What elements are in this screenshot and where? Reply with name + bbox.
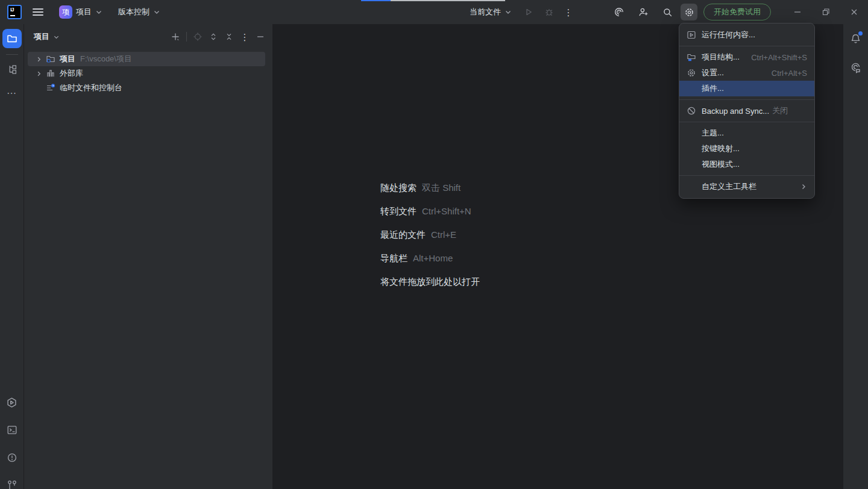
start-free-trial-button[interactable]: 开始免费试用 xyxy=(703,4,771,20)
menu-item-shortcut: Ctrl+Alt+S xyxy=(772,69,807,78)
menu-item-label: 运行任何内容... xyxy=(702,30,755,40)
project-structure-icon xyxy=(687,52,696,62)
folder-icon xyxy=(7,33,17,44)
code-with-me-button[interactable] xyxy=(635,4,652,20)
toolbar-divider xyxy=(6,54,18,55)
progress-indicator-track xyxy=(391,0,505,1)
target-icon xyxy=(193,32,203,42)
menu-item-keymap[interactable]: 按键映射... xyxy=(679,141,814,157)
menu-item-customize-toolbar[interactable]: 自定义主工具栏 xyxy=(679,179,814,195)
terminal-icon xyxy=(7,425,17,435)
menu-item-view-mode[interactable]: 视图模式... xyxy=(679,157,814,172)
version-control-tool-button[interactable] xyxy=(4,477,20,489)
vcs-widget[interactable]: 版本控制 xyxy=(113,4,165,20)
minimize-icon xyxy=(256,33,265,41)
minimize-icon xyxy=(793,8,802,16)
menu-item-run-anything[interactable]: 运行任何内容... xyxy=(679,27,814,43)
project-folder-icon xyxy=(46,54,55,64)
debug-button[interactable] xyxy=(541,4,558,20)
panel-options-button[interactable]: ⋮ xyxy=(237,30,252,44)
toolbar-divider xyxy=(186,32,187,42)
select-opened-file-button[interactable] xyxy=(190,30,205,44)
hint-label: 导航栏 xyxy=(380,253,407,264)
window-restore-button[interactable] xyxy=(811,0,840,24)
menu-separator xyxy=(679,175,814,176)
run-anything-icon xyxy=(687,30,696,40)
menu-item-label: 主题... xyxy=(702,128,724,139)
scratches-icon xyxy=(46,83,55,93)
more-actions-button[interactable]: ⋮ xyxy=(560,4,577,20)
chevron-right-icon[interactable] xyxy=(34,70,43,77)
search-everywhere-button[interactable] xyxy=(659,4,676,20)
terminal-tool-button[interactable] xyxy=(4,422,20,438)
expand-all-button[interactable] xyxy=(206,30,221,44)
ide-window: IJ 项 项目 版本控制 当 xyxy=(0,0,868,489)
menu-item-label: 设置... xyxy=(702,67,724,78)
hint-row: 导航栏 Alt+Home xyxy=(380,253,480,276)
tree-item-label: 外部库 xyxy=(60,68,83,79)
chevron-right-icon[interactable] xyxy=(34,56,43,63)
tree-row-scratches[interactable]: 临时文件和控制台 xyxy=(24,81,272,95)
menu-separator xyxy=(679,122,814,122)
menu-item-label: 项目结构... xyxy=(702,52,740,63)
run-button[interactable] xyxy=(520,4,537,20)
empty-state-shortcut-hints: 随处搜索 双击 Shift 转到文件 Ctrl+Shift+N 最近的文件 Ct… xyxy=(380,182,480,300)
problems-tool-button[interactable] xyxy=(4,449,20,466)
logo-letters: IJ xyxy=(10,7,14,13)
run-configuration-label: 当前文件 xyxy=(470,7,501,17)
hide-panel-button[interactable] xyxy=(253,30,268,44)
main-menu-hamburger-icon[interactable] xyxy=(33,8,43,16)
menu-item-theme[interactable]: 主题... xyxy=(679,125,814,141)
project-panel-title-dropdown[interactable]: 项目 xyxy=(34,31,60,42)
disabled-circle-slash-icon xyxy=(687,106,696,116)
tree-item-label: 临时文件和控制台 xyxy=(60,83,122,93)
notifications-button[interactable] xyxy=(848,30,864,47)
ai-chat-button[interactable] xyxy=(848,59,864,76)
hint-row: 最近的文件 Ctrl+E xyxy=(380,229,480,253)
project-tool-button[interactable] xyxy=(2,29,22,48)
hint-shortcut: Ctrl+E xyxy=(431,229,456,240)
tree-row-external-libraries[interactable]: 外部库 xyxy=(24,66,272,81)
menu-item-project-structure[interactable]: 项目结构... Ctrl+Alt+Shift+S xyxy=(679,49,814,65)
menu-item-settings[interactable]: 设置... Ctrl+Alt+S xyxy=(679,65,814,81)
project-tool-window: 项目 xyxy=(24,24,273,489)
chevron-down-icon xyxy=(153,8,160,16)
tree-item-label: 项目 xyxy=(60,54,75,64)
chevron-down-icon xyxy=(505,8,512,16)
hierarchy-icon xyxy=(7,64,17,75)
ai-assistant-button[interactable] xyxy=(611,4,627,20)
play-icon xyxy=(524,7,533,17)
project-panel-actions: ⋮ xyxy=(168,30,268,44)
logo-underscore xyxy=(10,15,15,16)
right-toolbar xyxy=(843,24,868,489)
intellij-logo-icon: IJ xyxy=(7,5,22,19)
tree-item-path: F:\vscode\项目 xyxy=(80,54,132,64)
close-icon xyxy=(850,8,858,16)
tree-row-project-root[interactable]: 项目 F:\vscode\项目 xyxy=(28,52,265,66)
add-button[interactable] xyxy=(168,30,183,44)
window-minimize-button[interactable] xyxy=(783,0,811,24)
project-widget[interactable]: 项 项目 xyxy=(54,2,107,22)
collapse-all-button[interactable] xyxy=(222,30,236,44)
window-close-button[interactable] xyxy=(840,0,868,24)
menu-item-backup-and-sync[interactable]: Backup and Sync... 关闭 xyxy=(679,103,814,119)
menu-item-plugins[interactable]: 插件... xyxy=(679,81,814,96)
more-tool-windows-button[interactable]: ⋯ xyxy=(7,87,17,99)
settings-button[interactable] xyxy=(681,4,697,20)
menu-item-label: 按键映射... xyxy=(702,143,740,154)
hint-label: 转到文件 xyxy=(380,206,417,217)
search-icon xyxy=(662,7,673,17)
hint-shortcut: Alt+Home xyxy=(413,253,453,263)
titlebar: IJ 项 项目 版本控制 当 xyxy=(0,0,868,24)
structure-tool-button[interactable] xyxy=(4,61,20,78)
ai-spiral-icon xyxy=(614,7,624,17)
titlebar-right: 当前文件 ⋮ xyxy=(465,0,868,24)
exclamation-circle-icon xyxy=(7,452,17,463)
settings-dropdown-menu: 运行任何内容... 项目结构... Ctrl+Alt+Shift+S 设置...… xyxy=(679,23,815,199)
services-tool-button[interactable] xyxy=(4,394,20,411)
menu-item-state: 关闭 xyxy=(772,105,788,116)
run-configuration-widget[interactable]: 当前文件 xyxy=(465,4,517,20)
gear-icon xyxy=(684,7,694,17)
hint-row: 随处搜索 双击 Shift xyxy=(380,182,480,206)
chevron-right-icon xyxy=(800,183,807,190)
